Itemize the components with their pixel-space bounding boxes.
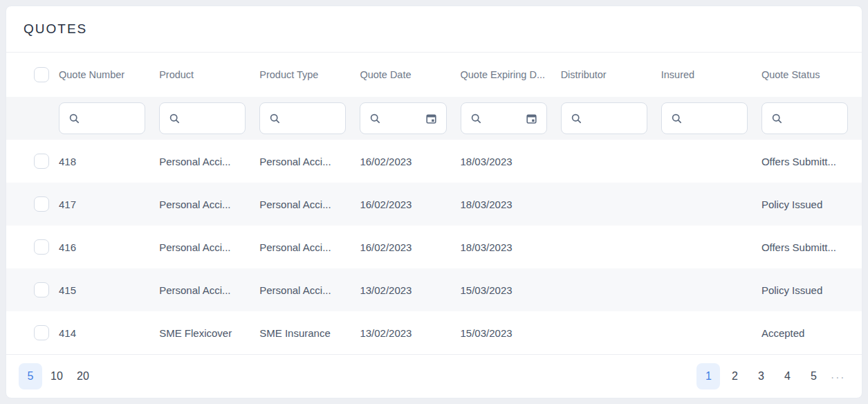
column-header-insured[interactable]: Insured bbox=[661, 69, 761, 80]
cell-product: Personal Acci... bbox=[159, 156, 259, 167]
filter-box-distributor bbox=[561, 102, 647, 134]
calendar-icon[interactable] bbox=[425, 113, 437, 125]
filter-box-quote_expiring bbox=[461, 102, 547, 134]
cell-quote_status: Policy Issued bbox=[761, 199, 862, 210]
cell-quote_status: Offers Submitt... bbox=[761, 156, 862, 167]
page-size-option-20[interactable]: 20 bbox=[71, 363, 95, 389]
table-row[interactable]: 418Personal Acci...Personal Acci...16/02… bbox=[6, 140, 862, 183]
search-icon bbox=[771, 113, 783, 125]
cell-quote_number: 417 bbox=[59, 199, 159, 210]
cell-product: Personal Acci... bbox=[159, 241, 259, 253]
page-size-option-5[interactable]: 5 bbox=[19, 363, 42, 389]
filter-cell-product_type bbox=[259, 102, 360, 134]
pagination-ellipsis[interactable]: ... bbox=[828, 369, 849, 385]
row-checkbox-cell bbox=[34, 154, 59, 169]
cell-quote_expiring: 18/03/2023 bbox=[461, 241, 561, 253]
filter-input-insured[interactable] bbox=[683, 113, 738, 124]
cell-quote_date: 16/02/2023 bbox=[360, 199, 460, 210]
filter-input-product[interactable] bbox=[181, 113, 236, 124]
row-checkbox-cell bbox=[34, 196, 59, 212]
filter-input-quote_date[interactable] bbox=[381, 113, 425, 124]
cell-product_type: Personal Acci... bbox=[259, 199, 360, 210]
cell-product_type: Personal Acci... bbox=[259, 156, 360, 167]
column-header-quote_date[interactable]: Quote Date bbox=[360, 69, 460, 80]
row-checkbox-cell bbox=[34, 239, 59, 255]
filter-input-distributor[interactable] bbox=[582, 113, 638, 124]
filter-box-insured bbox=[661, 102, 748, 134]
page-button-5[interactable]: 5 bbox=[802, 363, 825, 389]
search-icon bbox=[68, 113, 80, 125]
column-header-distributor[interactable]: Distributor bbox=[561, 69, 661, 80]
cell-quote_number: 414 bbox=[59, 327, 159, 339]
filter-input-product_type[interactable] bbox=[281, 113, 336, 124]
search-icon bbox=[671, 113, 683, 125]
cell-product_type: Personal Acci... bbox=[259, 284, 360, 296]
cell-product_type: Personal Acci... bbox=[259, 241, 360, 253]
cell-quote_status: Offers Submitt... bbox=[761, 241, 862, 253]
page-button-3[interactable]: 3 bbox=[749, 363, 773, 389]
cell-quote_expiring: 18/03/2023 bbox=[461, 199, 561, 210]
column-header-quote_status[interactable]: Quote Status bbox=[761, 69, 862, 80]
filter-box-product_type bbox=[259, 102, 346, 134]
cell-quote_status: Accepted bbox=[761, 327, 862, 339]
cell-quote_date: 13/02/2023 bbox=[360, 327, 460, 339]
filter-box-quote_status bbox=[761, 102, 848, 134]
filter-cell-quote_number bbox=[59, 102, 159, 134]
page-button-4[interactable]: 4 bbox=[775, 363, 799, 389]
row-checkbox-cell bbox=[34, 282, 59, 297]
search-icon bbox=[169, 113, 181, 125]
page-size-selector: 51020 bbox=[19, 363, 95, 389]
cell-quote_expiring: 15/03/2023 bbox=[461, 327, 561, 339]
calendar-icon[interactable] bbox=[526, 113, 537, 125]
select-all-checkbox[interactable] bbox=[34, 67, 49, 82]
filter-cell-quote_date bbox=[360, 102, 460, 134]
pagination: 12345... bbox=[696, 363, 849, 389]
filter-cell-quote_expiring bbox=[461, 102, 561, 134]
row-checkbox[interactable] bbox=[34, 282, 49, 297]
page-size-option-10[interactable]: 10 bbox=[45, 363, 68, 389]
quotes-panel: QUOTES Quote NumberProductProduct TypeQu… bbox=[6, 6, 862, 398]
cell-quote_date: 16/02/2023 bbox=[360, 156, 460, 167]
cell-quote_date: 13/02/2023 bbox=[360, 284, 460, 296]
page-title: QUOTES bbox=[24, 21, 87, 37]
cell-product_type: SME Insurance bbox=[259, 327, 360, 339]
cell-product: Personal Acci... bbox=[159, 284, 259, 296]
table-footer: 51020 12345... bbox=[6, 354, 862, 398]
filter-box-quote_date bbox=[360, 102, 446, 134]
cell-quote_status: Policy Issued bbox=[761, 284, 862, 296]
filter-input-quote_expiring[interactable] bbox=[482, 113, 526, 124]
cell-quote_number: 418 bbox=[59, 156, 159, 167]
row-checkbox[interactable] bbox=[34, 325, 49, 340]
search-icon bbox=[269, 113, 281, 125]
search-icon bbox=[369, 113, 381, 125]
table-filter-row bbox=[6, 97, 862, 140]
cell-quote_number: 416 bbox=[59, 241, 159, 253]
search-icon bbox=[470, 113, 482, 125]
table-body: 418Personal Acci...Personal Acci...16/02… bbox=[6, 140, 862, 354]
column-header-product[interactable]: Product bbox=[159, 69, 259, 80]
table-row[interactable]: 414SME FlexicoverSME Insurance13/02/2023… bbox=[6, 311, 862, 354]
filter-cell-quote_status bbox=[761, 102, 862, 134]
table-row[interactable]: 415Personal Acci...Personal Acci...13/02… bbox=[6, 268, 862, 311]
row-checkbox[interactable] bbox=[34, 196, 49, 212]
column-header-quote_number[interactable]: Quote Number bbox=[59, 69, 159, 80]
header-checkbox-cell bbox=[34, 67, 59, 82]
row-checkbox[interactable] bbox=[34, 239, 49, 255]
page-button-2[interactable]: 2 bbox=[723, 363, 746, 389]
column-header-product_type[interactable]: Product Type bbox=[259, 69, 360, 80]
row-checkbox-cell bbox=[34, 325, 59, 340]
table-row[interactable]: 417Personal Acci...Personal Acci...16/02… bbox=[6, 183, 862, 226]
filter-cell-distributor bbox=[561, 102, 661, 134]
search-icon bbox=[571, 113, 582, 125]
cell-quote_date: 16/02/2023 bbox=[360, 241, 460, 253]
row-checkbox[interactable] bbox=[34, 154, 49, 169]
table-row[interactable]: 416Personal Acci...Personal Acci...16/02… bbox=[6, 226, 862, 268]
column-header-quote_expiring[interactable]: Quote Expiring D... bbox=[461, 69, 561, 80]
cell-quote_expiring: 15/03/2023 bbox=[461, 284, 561, 296]
page-button-1[interactable]: 1 bbox=[696, 363, 720, 389]
panel-title-bar: QUOTES bbox=[6, 6, 862, 53]
filter-input-quote_status[interactable] bbox=[783, 113, 838, 124]
filter-box-quote_number bbox=[59, 102, 145, 134]
filter-input-quote_number[interactable] bbox=[80, 113, 136, 124]
filter-box-product bbox=[159, 102, 246, 134]
